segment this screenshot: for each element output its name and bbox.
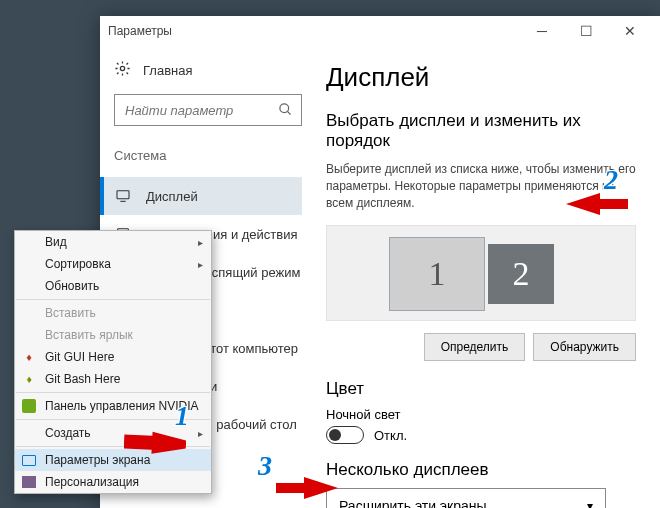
ctx-separator bbox=[16, 299, 210, 300]
ctx-sort[interactable]: Сортировка bbox=[15, 253, 211, 275]
home-label: Главная bbox=[143, 63, 192, 78]
svg-point-1 bbox=[280, 104, 289, 113]
annotation-arrow-1 bbox=[124, 429, 186, 459]
maximize-button[interactable]: ☐ bbox=[564, 16, 608, 46]
display-settings-icon bbox=[21, 452, 37, 468]
color-heading: Цвет bbox=[326, 379, 636, 399]
night-light-label: Ночной свет bbox=[326, 407, 636, 422]
annotation-arrow-3 bbox=[276, 477, 338, 507]
nvidia-icon bbox=[21, 398, 37, 414]
svg-marker-10 bbox=[276, 477, 338, 499]
home-link[interactable]: Главная bbox=[114, 60, 302, 80]
svg-marker-8 bbox=[124, 430, 186, 455]
search-input[interactable] bbox=[115, 95, 304, 125]
ctx-git-gui[interactable]: ♦Git GUI Here bbox=[15, 346, 211, 368]
search-icon bbox=[278, 102, 293, 120]
svg-line-2 bbox=[287, 111, 290, 114]
annotation-number-1: 1 bbox=[175, 400, 189, 432]
gear-icon bbox=[114, 60, 131, 80]
select-value: Расширить эти экраны bbox=[339, 498, 487, 508]
personalize-icon bbox=[21, 474, 37, 490]
night-light-state: Откл. bbox=[374, 428, 407, 443]
page-title: Дисплей bbox=[326, 62, 636, 93]
ctx-paste: Вставить bbox=[15, 302, 211, 324]
ctx-separator bbox=[16, 392, 210, 393]
arrange-title: Выбрать дисплеи и изменить их порядок bbox=[326, 111, 636, 151]
identify-button[interactable]: Определить bbox=[424, 333, 526, 361]
monitor-icon bbox=[114, 188, 132, 204]
display-arrange-area[interactable]: 1 2 bbox=[326, 225, 636, 321]
window-title: Параметры bbox=[108, 24, 172, 38]
svg-marker-9 bbox=[566, 193, 628, 215]
section-label: Система bbox=[114, 148, 302, 163]
ctx-personalize[interactable]: Персонализация bbox=[15, 471, 211, 493]
ctx-refresh[interactable]: Обновить bbox=[15, 275, 211, 297]
title-bar: Параметры ─ ☐ ✕ bbox=[100, 16, 660, 46]
git-bash-icon: ♦ bbox=[21, 371, 37, 387]
multiple-displays-select[interactable]: Расширить эти экраны ▾ bbox=[326, 488, 606, 508]
ctx-paste-shortcut: Вставить ярлык bbox=[15, 324, 211, 346]
nav-item-display[interactable]: Дисплей bbox=[100, 177, 302, 215]
monitor-1[interactable]: 1 bbox=[389, 237, 485, 311]
search-box[interactable] bbox=[114, 94, 302, 126]
svg-rect-3 bbox=[117, 191, 129, 199]
svg-point-0 bbox=[120, 66, 124, 70]
monitor-2[interactable]: 2 bbox=[488, 244, 554, 304]
detect-button[interactable]: Обнаружить bbox=[533, 333, 636, 361]
content-panel: Дисплей Выбрать дисплеи и изменить их по… bbox=[316, 46, 660, 508]
minimize-button[interactable]: ─ bbox=[520, 16, 564, 46]
annotation-number-3: 3 bbox=[258, 450, 272, 482]
chevron-down-icon: ▾ bbox=[587, 499, 593, 508]
night-light-toggle[interactable] bbox=[326, 426, 364, 444]
annotation-number-2: 2 bbox=[604, 164, 618, 196]
nav-label: Дисплей bbox=[146, 189, 198, 204]
multiple-displays-heading: Несколько дисплеев bbox=[326, 460, 636, 480]
toggle-knob bbox=[329, 429, 341, 441]
ctx-view[interactable]: Вид bbox=[15, 231, 211, 253]
close-button[interactable]: ✕ bbox=[608, 16, 652, 46]
annotation-arrow-2 bbox=[566, 193, 628, 223]
ctx-git-bash[interactable]: ♦Git Bash Here bbox=[15, 368, 211, 390]
git-icon: ♦ bbox=[21, 349, 37, 365]
